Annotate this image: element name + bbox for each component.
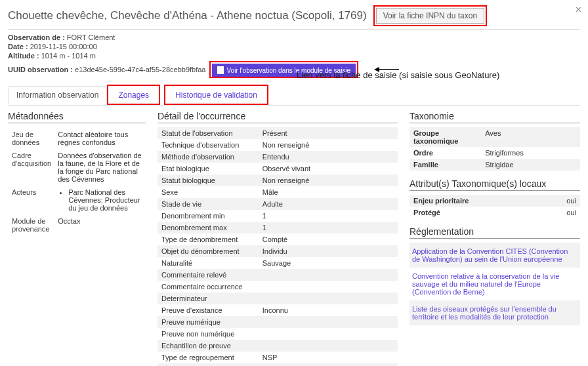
meta-key: Cadre d'acquisition bbox=[9, 150, 54, 185]
taxo-key: Groupe taxonomique bbox=[410, 127, 481, 147]
detail-key: Preuve numérique bbox=[158, 316, 259, 328]
metadata-heading: Métadonnées bbox=[8, 111, 146, 123]
metadata-table: Jeu de donnéesContact aléatoire tous règ… bbox=[8, 127, 146, 236]
detail-key: Commentaire occurrence bbox=[158, 281, 259, 293]
observation-meta: Observation de : FORT Clément Date : 201… bbox=[8, 33, 580, 78]
detail-val bbox=[259, 328, 398, 340]
altitude-value: 1014 m - 1014 m bbox=[41, 52, 96, 60]
reglementation-link[interactable]: Convention relative à la conservation de… bbox=[412, 270, 578, 298]
detail-val: Sauvage bbox=[259, 257, 398, 269]
taxo-val: Strigiformes bbox=[481, 147, 580, 159]
reglementation-heading: Réglementation bbox=[410, 226, 580, 239]
detail-key: Statut de l'observation bbox=[158, 127, 259, 139]
date-label: Date : bbox=[8, 43, 28, 51]
detail-key: Determinateur bbox=[158, 293, 259, 304]
detail-key: Technique d'observation bbox=[158, 139, 259, 151]
detail-key: Naturalité bbox=[158, 257, 259, 269]
uuid-value: e13de45e-599c-47c4-af55-28cebb9fbfaa bbox=[75, 66, 205, 73]
detail-key: Preuve non numérique bbox=[158, 328, 259, 340]
detail-val bbox=[259, 316, 398, 328]
detail-key: Sexe bbox=[158, 186, 259, 198]
tab-historique[interactable]: Historique de validation bbox=[167, 86, 266, 104]
detail-val: Non renseigné bbox=[259, 139, 398, 151]
detail-val bbox=[259, 293, 398, 304]
date-value: 2019-11-15 00:00:00 bbox=[30, 43, 97, 51]
detail-val: Entendu bbox=[259, 151, 398, 163]
detail-val: Présent bbox=[259, 127, 398, 139]
altitude-label: Altitude : bbox=[8, 52, 39, 60]
reglementation-list: Application de la Convention CITES (Conv… bbox=[410, 243, 580, 325]
detail-key: Méthode d'observation bbox=[158, 151, 259, 163]
meta-val: Contact aléatoire tous règnes confondus bbox=[55, 129, 144, 148]
attr-key: Enjeu prioritaire bbox=[410, 195, 481, 207]
uuid-label: UUID observation : bbox=[8, 66, 73, 73]
reglementation-link[interactable]: Application de la Convention CITES (Conv… bbox=[412, 245, 578, 266]
taxo-val: Strigidae bbox=[481, 159, 580, 171]
detail-key: Objet du dénombrement bbox=[158, 245, 259, 257]
detail-key: Source de la donnée bbox=[158, 363, 259, 366]
taxonomy-table: Groupe taxonomiqueAvesOrdreStrigiformesF… bbox=[410, 127, 580, 171]
detail-key: Denombrement min bbox=[158, 210, 259, 222]
attributes-table: Enjeu prioritaireouiProtégéoui bbox=[410, 195, 580, 218]
detail-val bbox=[259, 281, 398, 293]
detail-key: Preuve d'existance bbox=[158, 304, 259, 316]
header: Chouette chevêche, Chevêche d'Athéna - A… bbox=[8, 5, 580, 30]
detail-val: Observé vivant bbox=[259, 163, 398, 174]
taxonomy-heading: Taxonomie bbox=[410, 111, 580, 123]
detail-val: Compté bbox=[259, 234, 398, 245]
detail-key: Commentaire relevé bbox=[158, 269, 259, 281]
reglementation-link[interactable]: Liste des oiseaux protégés sur l'ensembl… bbox=[412, 302, 578, 323]
page-title: Chouette chevêche, Chevêche d'Athéna - A… bbox=[8, 9, 367, 22]
observer-label: Observation de : bbox=[8, 33, 65, 41]
meta-val: Parc National des Cévennes: Producteur d… bbox=[68, 188, 142, 212]
detail-val: Non renseigné bbox=[259, 174, 398, 186]
detail-val bbox=[259, 269, 398, 281]
detail-table: Statut de l'observationPrésentTechnique … bbox=[158, 127, 398, 366]
meta-val: Données d'observation de la faune, de la… bbox=[55, 150, 144, 185]
tab-information[interactable]: Information observation bbox=[8, 86, 107, 104]
detail-key: Echantillon de preuve bbox=[158, 340, 259, 352]
observer-value: FORT Clément bbox=[67, 33, 116, 41]
detail-key: Statut biologique bbox=[158, 174, 259, 186]
document-icon bbox=[217, 66, 224, 74]
taxo-val: Aves bbox=[481, 127, 580, 147]
detail-heading: Détail de l'occurrence bbox=[158, 111, 398, 123]
tab-zonages[interactable]: Zonages bbox=[110, 86, 158, 104]
detail-val: Adulte bbox=[259, 198, 398, 210]
taxo-key: Famille bbox=[410, 159, 481, 171]
annotation-text: Lien vers la fiche de saisie (si saisie … bbox=[297, 70, 499, 81]
detail-val: 1 bbox=[259, 210, 398, 222]
detail-key: Etat biologique bbox=[158, 163, 259, 174]
detail-val: Terrain bbox=[259, 363, 398, 366]
inpn-button[interactable]: Voir la fiche INPN du taxon bbox=[376, 8, 484, 24]
detail-key: Type de regroupement bbox=[158, 352, 259, 363]
detail-key: Type de dénombrement bbox=[158, 234, 259, 245]
detail-val: Inconnu bbox=[259, 304, 398, 316]
detail-val: Mâle bbox=[259, 186, 398, 198]
meta-key: Module de provenance bbox=[9, 215, 54, 235]
attributes-heading: Attribut(s) Taxonomique(s) locaux bbox=[410, 178, 580, 191]
attr-val: oui bbox=[481, 195, 580, 207]
detail-val bbox=[259, 340, 398, 352]
detail-key: Denombrement max bbox=[158, 222, 259, 234]
close-icon[interactable]: × bbox=[576, 4, 581, 16]
meta-key: Jeu de données bbox=[9, 129, 54, 148]
detail-key: Stade de vie bbox=[158, 198, 259, 210]
taxo-key: Ordre bbox=[410, 147, 481, 159]
detail-val: 1 bbox=[259, 222, 398, 234]
attr-val: oui bbox=[481, 207, 580, 218]
meta-val: Occtax bbox=[55, 215, 144, 235]
detail-val: NSP bbox=[259, 352, 398, 363]
meta-key: Acteurs bbox=[9, 186, 54, 214]
tabs: Information observation Zonages Historiq… bbox=[8, 85, 580, 106]
attr-key: Protégé bbox=[410, 207, 481, 218]
detail-val: Individu bbox=[259, 245, 398, 257]
